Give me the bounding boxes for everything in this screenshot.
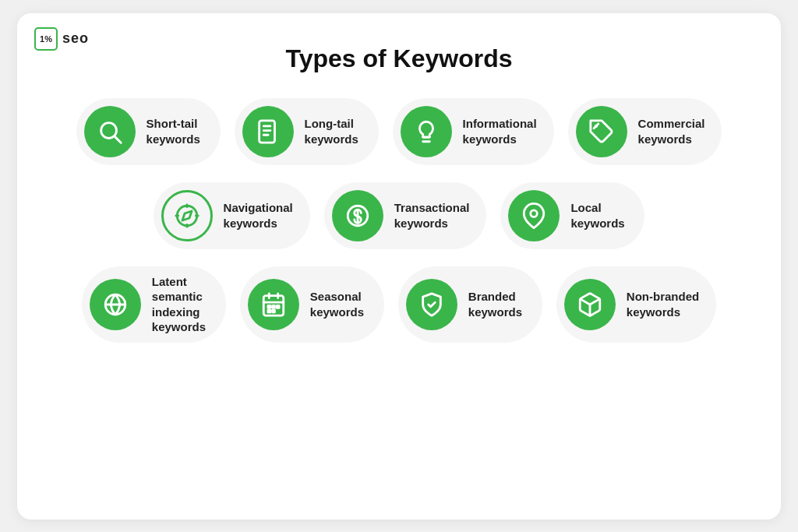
keyword-pill-branded: Branded keywords [398,266,542,343]
compass-icon [161,190,213,241]
keyword-pill-seasonal: Seasonal keywords [240,266,384,343]
keyword-row-0: Short-tail keywordsLong-tail keywordsInf… [48,98,750,165]
svg-rect-25 [277,305,279,308]
logo-percent: 1% [40,34,52,44]
svg-point-8 [177,206,197,226]
tag-icon [576,106,627,157]
page-title: Types of Keywords [48,44,750,73]
keyword-rows: Short-tail keywordsLong-tail keywordsInf… [48,98,750,343]
box-icon [564,279,616,330]
dollar-icon [332,190,383,241]
main-card: 1% seo Types of Keywords Short-tail keyw… [17,13,781,520]
svg-line-1 [115,136,121,143]
keyword-pill-long-tail: Long-tail keywords [235,98,379,165]
seasonal-label: Seasonal keywords [310,289,364,319]
svg-point-16 [531,210,538,217]
search-icon [84,106,136,157]
logo-box: 1% [34,27,58,51]
keyword-pill-non-branded: Non-branded keywords [556,266,716,343]
svg-marker-9 [182,210,192,220]
svg-rect-24 [272,305,274,308]
document-icon [242,106,294,157]
shield-icon [406,279,457,330]
keyword-pill-short-tail: Short-tail keywords [76,98,221,165]
keyword-pill-navigational: Navigational keywords [154,182,310,249]
globe-icon [90,279,141,330]
calendar-icon [248,279,299,330]
non-branded-label: Non-branded keywords [627,289,699,319]
navigational-label: Navigational keywords [224,200,293,231]
keyword-pill-latent-semantic: Latent semantic indexing keywords [82,266,226,343]
svg-line-7 [594,124,598,129]
transactional-label: Transactional keywords [394,200,470,231]
location-icon [508,190,560,241]
keyword-row-1: Navigational keywordsTransactional keywo… [48,182,750,249]
keyword-pill-informational: Informational keywords [393,98,554,165]
keyword-pill-local: Local keywords [500,182,644,249]
latent-semantic-label: Latent semantic indexing keywords [152,274,206,335]
keyword-pill-commercial: Commercial keywords [568,98,722,165]
local-label: Local keywords [570,200,624,231]
logo: 1% seo [34,27,89,51]
logo-name: seo [62,30,89,47]
svg-rect-23 [268,305,270,308]
long-tail-label: Long-tail keywords [305,116,358,146]
keyword-row-2: Latent semantic indexing keywordsSeasona… [48,266,750,343]
svg-rect-26 [268,310,270,312]
lightbulb-icon [401,106,452,157]
short-tail-label: Short-tail keywords [147,116,200,146]
svg-rect-27 [272,310,274,312]
commercial-label: Commercial keywords [638,116,705,146]
branded-label: Branded keywords [468,289,522,319]
keyword-pill-transactional: Transactional keywords [324,182,487,249]
informational-label: Informational keywords [463,116,537,146]
